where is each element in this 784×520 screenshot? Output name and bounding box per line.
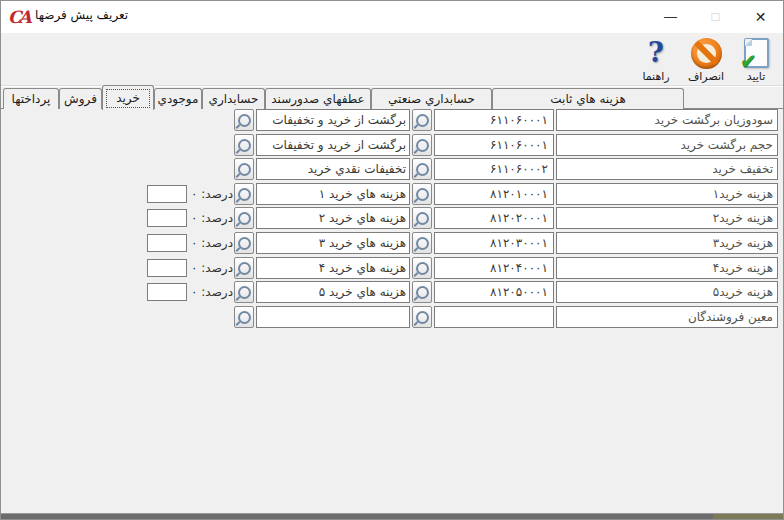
toolbar: تاييد انصراف ? راهنما bbox=[1, 33, 783, 85]
percent-input[interactable] bbox=[147, 259, 187, 277]
window-bottom-shadow bbox=[1, 514, 783, 520]
account-code-input[interactable] bbox=[434, 257, 554, 279]
document-check-icon bbox=[744, 38, 769, 68]
account-desc-input[interactable] bbox=[256, 232, 410, 254]
account-desc-input[interactable] bbox=[256, 183, 410, 205]
account-code-input[interactable] bbox=[434, 183, 554, 205]
percent-input[interactable] bbox=[147, 283, 187, 301]
code-lookup-button[interactable] bbox=[412, 232, 432, 254]
code-lookup-button[interactable] bbox=[412, 281, 432, 303]
window-controls: — □ ✕ bbox=[648, 1, 783, 32]
row-purchase-cost-3: هزينه خريد۳ درصد: ۰ bbox=[1, 232, 784, 254]
magnifier-icon bbox=[416, 212, 429, 225]
desc-lookup-button[interactable] bbox=[234, 306, 254, 328]
desc-lookup-button[interactable] bbox=[234, 207, 254, 229]
account-desc-input[interactable] bbox=[256, 306, 410, 328]
account-code-input[interactable] bbox=[434, 207, 554, 229]
code-lookup-button[interactable] bbox=[412, 158, 432, 180]
cancel-button[interactable]: انصراف bbox=[683, 36, 729, 84]
percent-group: درصد: ۰ bbox=[139, 183, 233, 205]
close-icon: ✕ bbox=[755, 9, 767, 25]
account-desc-input[interactable] bbox=[256, 158, 410, 180]
magnifier-icon bbox=[416, 237, 429, 250]
maximize-button[interactable]: □ bbox=[693, 1, 738, 32]
magnifier-icon bbox=[238, 311, 251, 324]
magnifier-icon bbox=[416, 188, 429, 201]
code-lookup-button[interactable] bbox=[412, 109, 432, 131]
cancel-button-label: انصراف bbox=[688, 70, 724, 83]
code-lookup-button[interactable] bbox=[412, 134, 432, 156]
magnifier-icon bbox=[238, 139, 251, 152]
row-label: تخفيف خريد bbox=[556, 158, 778, 180]
tab-industrial-accounting[interactable]: حسابداري صنعتي bbox=[371, 88, 492, 109]
help-button[interactable]: ? راهنما bbox=[633, 36, 679, 84]
tab-sales[interactable]: فروش bbox=[59, 88, 102, 109]
tab-strip: پرداختها فروش خريد موجودي حسابداري عطفها… bbox=[3, 85, 684, 109]
code-lookup-button[interactable] bbox=[412, 207, 432, 229]
percent-value: ۰ bbox=[191, 211, 197, 225]
percent-input[interactable] bbox=[147, 209, 187, 227]
percent-value: ۰ bbox=[191, 285, 197, 299]
percent-label: درصد: bbox=[201, 236, 233, 250]
defaults-dialog-window: CA تعريف پيش فرضها — □ ✕ تاييد انصراف ? … bbox=[0, 0, 784, 520]
account-desc-input[interactable] bbox=[256, 207, 410, 229]
window-title: تعريف پيش فرضها bbox=[35, 8, 128, 22]
tab-payments[interactable]: پرداختها bbox=[3, 88, 59, 109]
magnifier-icon bbox=[416, 163, 429, 176]
account-desc-input[interactable] bbox=[256, 134, 410, 156]
desc-lookup-button[interactable] bbox=[234, 183, 254, 205]
desc-lookup-button[interactable] bbox=[234, 134, 254, 156]
prohibition-icon bbox=[691, 38, 722, 69]
percent-label: درصد: bbox=[201, 187, 233, 201]
title-bar: CA تعريف پيش فرضها — □ ✕ bbox=[1, 1, 783, 33]
percent-input[interactable] bbox=[147, 185, 187, 203]
magnifier-icon bbox=[416, 114, 429, 127]
account-code-input[interactable] bbox=[434, 134, 554, 156]
question-mark-icon: ? bbox=[648, 39, 664, 67]
magnifier-icon bbox=[238, 188, 251, 201]
desc-lookup-button[interactable] bbox=[234, 257, 254, 279]
account-desc-input[interactable] bbox=[256, 109, 410, 131]
desc-lookup-button[interactable] bbox=[234, 158, 254, 180]
confirm-button[interactable]: تاييد bbox=[733, 36, 779, 84]
tab-purchase[interactable]: خريد bbox=[102, 85, 154, 110]
account-code-input[interactable] bbox=[434, 232, 554, 254]
app-logo-icon: CA bbox=[8, 6, 30, 28]
percent-group: درصد: ۰ bbox=[139, 281, 233, 303]
help-button-label: راهنما bbox=[642, 70, 669, 83]
code-lookup-button[interactable] bbox=[412, 306, 432, 328]
account-code-input[interactable] bbox=[434, 281, 554, 303]
row-label: هزينه خريد۳ bbox=[556, 232, 778, 254]
account-code-input[interactable] bbox=[434, 158, 554, 180]
row-label: هزينه خريد۴ bbox=[556, 257, 778, 279]
account-desc-input[interactable] bbox=[256, 257, 410, 279]
close-button[interactable]: ✕ bbox=[738, 1, 783, 32]
tab-document-references[interactable]: عطفهاي صدورسند bbox=[265, 88, 371, 109]
desc-lookup-button[interactable] bbox=[234, 281, 254, 303]
code-lookup-button[interactable] bbox=[412, 257, 432, 279]
account-code-input[interactable] bbox=[434, 306, 554, 328]
magnifier-icon bbox=[416, 311, 429, 324]
row-label: هزينه خريد۲ bbox=[556, 207, 778, 229]
account-code-input[interactable] bbox=[434, 109, 554, 131]
row-label: معين فروشندگان bbox=[556, 306, 778, 328]
percent-group: درصد: ۰ bbox=[139, 232, 233, 254]
maximize-icon: □ bbox=[712, 9, 720, 24]
percent-input[interactable] bbox=[147, 234, 187, 252]
row-purchase-return-pl: سودوزيان برگشت خريد bbox=[1, 109, 784, 131]
tab-inventory[interactable]: موجودي bbox=[154, 88, 202, 109]
account-desc-input[interactable] bbox=[256, 281, 410, 303]
tab-fixed-costs[interactable]: هزينه هاي ثابت bbox=[492, 88, 684, 109]
row-purchase-cost-5: هزينه خريد۵ درصد: ۰ bbox=[1, 281, 784, 303]
desc-lookup-button[interactable] bbox=[234, 109, 254, 131]
percent-value: ۰ bbox=[191, 187, 197, 201]
row-label: هزينه خريد۱ bbox=[556, 183, 778, 205]
magnifier-icon bbox=[238, 286, 251, 299]
tab-accounting[interactable]: حسابداري bbox=[202, 88, 265, 109]
magnifier-icon bbox=[238, 212, 251, 225]
code-lookup-button[interactable] bbox=[412, 183, 432, 205]
minimize-button[interactable]: — bbox=[648, 1, 693, 32]
desc-lookup-button[interactable] bbox=[234, 232, 254, 254]
row-label: هزينه خريد۵ bbox=[556, 281, 778, 303]
percent-group: درصد: ۰ bbox=[139, 207, 233, 229]
